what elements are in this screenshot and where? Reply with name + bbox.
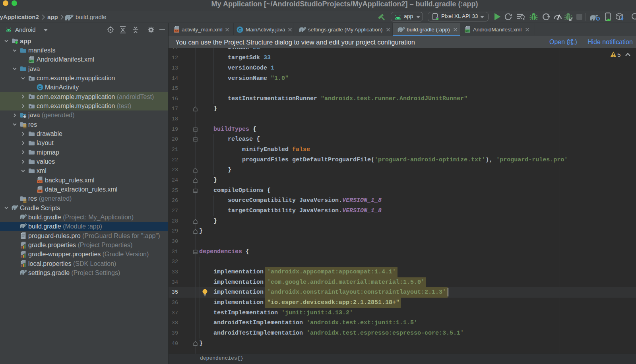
svg-text:C: C xyxy=(38,85,41,90)
svg-text:C: C xyxy=(238,27,241,32)
svg-text:MF: MF xyxy=(29,60,33,62)
svg-text:MF: MF xyxy=(465,29,469,32)
svg-text:<>: <> xyxy=(175,29,178,32)
svg-text:<>: <> xyxy=(38,180,41,183)
svg-text:<>: <> xyxy=(38,190,41,192)
